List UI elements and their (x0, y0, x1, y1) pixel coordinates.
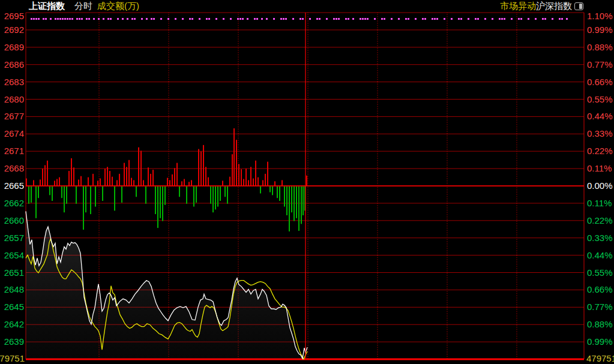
right-axis-label: 1.10% (587, 11, 613, 21)
market-event-dot (93, 18, 95, 20)
market-event-dot (59, 18, 61, 20)
market-event-dot (191, 18, 193, 20)
left-axis-label: 2674 (4, 128, 24, 139)
volume-bar-down (196, 186, 197, 203)
market-event-dot (415, 18, 417, 20)
market-event-dot (38, 18, 40, 20)
market-event-dot (364, 18, 366, 20)
volume-bar-down (76, 186, 77, 204)
volume-bar-up (128, 160, 130, 186)
volume-bar-down (286, 186, 287, 215)
market-event-dot (35, 18, 37, 20)
market-event-dot (362, 18, 364, 20)
volume-bar-up (68, 171, 70, 186)
right-axis-label: 0.77% (587, 302, 613, 312)
price-area-fill (26, 211, 307, 359)
left-axis-label: 2668 (4, 163, 24, 173)
volume-bar-up (54, 181, 55, 186)
market-event-dot (484, 18, 486, 20)
right-axis-label: 0.77% (587, 59, 613, 70)
market-event-dot (460, 18, 462, 20)
volume-bar-up (181, 181, 182, 186)
volume-bar-up (138, 148, 139, 186)
market-event-dot (374, 18, 376, 20)
market-event-dot (499, 18, 501, 20)
market-event-dot (160, 18, 162, 20)
intraday-chart-plot[interactable]: 2695269226892686268326802677267426712668… (0, 0, 614, 364)
volume-bar-up (188, 182, 190, 186)
volume-bar-down (215, 186, 216, 209)
market-event-dot (43, 18, 44, 20)
right-axis-label: 0.88% (587, 42, 613, 52)
right-axis-label: 0.66% (587, 284, 613, 294)
volume-bar-up (126, 167, 127, 186)
volume-bar-up (236, 140, 237, 186)
volume-bar-up (152, 170, 154, 186)
volume-bar-up (248, 180, 249, 186)
market-event-dot (45, 18, 47, 20)
market-event-dot (381, 18, 383, 20)
volume-bar-down (277, 186, 278, 198)
volume-bar-down (272, 186, 273, 195)
market-event-dot (67, 18, 68, 20)
market-event-dot (391, 18, 393, 20)
volume-bar-up (232, 154, 233, 186)
volume-bar-down (212, 186, 214, 212)
market-event-dot (285, 18, 287, 20)
market-event-dot (208, 18, 210, 20)
market-event-dot (434, 18, 436, 20)
volume-bar-down (298, 186, 299, 231)
volume-bar-down (38, 186, 39, 198)
left-axis-label: 2660 (4, 215, 24, 225)
volume-bar-up (107, 167, 108, 186)
volume-bar-up (250, 167, 251, 186)
volume-bar-down (66, 186, 67, 204)
market-event-dot (88, 18, 90, 20)
right-axis-label: 0.55% (587, 94, 613, 104)
volume-bar-up (255, 161, 256, 186)
right-axis-label: 0.44% (587, 111, 613, 121)
volume-bar-down (193, 186, 194, 207)
left-axis-label: 2683 (4, 77, 24, 87)
volume-bar-down (49, 186, 50, 195)
market-event-dot (57, 18, 59, 20)
market-event-dot (405, 18, 407, 20)
volume-bar-down (155, 186, 156, 214)
volume-bar-up (104, 169, 106, 186)
right-axis-label: 0.11% (587, 198, 612, 208)
right-axis-label: 0.55% (587, 267, 613, 278)
market-event-dot (520, 18, 522, 20)
market-event-dot (261, 18, 263, 20)
market-event-dot (266, 18, 268, 20)
volume-bar-down (227, 186, 228, 204)
right-axis-label: 0.44% (587, 250, 613, 260)
volume-bar-down (35, 186, 37, 218)
market-event-dot (475, 18, 477, 20)
market-event-dot (535, 18, 537, 20)
market-event-dot (189, 18, 191, 20)
volume-bar-down (28, 186, 29, 204)
left-axis-label: 2642 (4, 319, 24, 329)
volume-bar-up (200, 151, 202, 186)
volume-bar-up (257, 178, 259, 186)
market-event-dot (360, 18, 361, 20)
volume-bar-down (291, 186, 292, 212)
volume-bar-up (119, 174, 120, 186)
market-event-dot (302, 18, 304, 20)
volume-bar-up (169, 180, 170, 186)
market-event-dot (107, 18, 109, 20)
volume-bar-down (301, 186, 302, 224)
volume-bar-up (73, 167, 74, 186)
volume-bar-up (241, 169, 242, 186)
volume-bar-down (64, 186, 65, 212)
market-event-dot (76, 18, 78, 20)
volume-bar-down (136, 186, 137, 197)
market-event-dot (134, 18, 136, 20)
market-event-dot (338, 18, 340, 20)
left-axis-label: 2657 (4, 233, 24, 243)
volume-bar-down (217, 186, 218, 207)
market-event-dot (127, 18, 128, 20)
market-event-dot (309, 18, 311, 20)
volume-bar-up (88, 178, 89, 186)
volume-bar-up (33, 180, 34, 186)
